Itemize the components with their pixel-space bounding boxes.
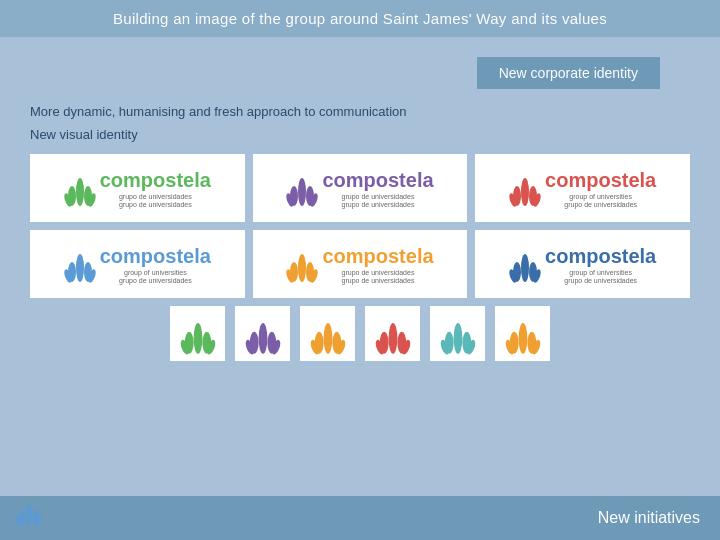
dynamic-subtitle: More dynamic, humanising and fresh appro… (30, 104, 690, 119)
svg-point-11 (521, 178, 529, 206)
footer-shell-icon (15, 494, 43, 528)
logo-sub-green-2: grupo de universidades (119, 201, 192, 208)
icon-shell-red2 (375, 312, 411, 356)
shell-icon-purple (286, 163, 318, 213)
shell-icon-blue (64, 239, 96, 289)
icon-box-teal (430, 306, 485, 361)
logo-sub-blue-1: group of universities (124, 269, 187, 276)
shell-icon-darkblue (509, 239, 541, 289)
logo-sub-purple-2: grupo de universidades (342, 201, 415, 208)
logo-row-1: compostela grupo de universidades grupo … (30, 154, 690, 222)
logo-sub-red-1: group of universities (569, 193, 632, 200)
shell-icon-orange (286, 239, 318, 289)
icon-box-red2 (365, 306, 420, 361)
icons-row (30, 306, 690, 361)
logo-sub-darkblue-2: grupo de universidades (564, 277, 637, 284)
svg-point-61 (26, 503, 33, 527)
logo-row-2: compostela group of universities grupo d… (30, 230, 690, 298)
icon-shell-teal (440, 312, 476, 356)
svg-point-21 (298, 254, 306, 282)
logo-box-green: compostela grupo de universidades grupo … (30, 154, 245, 222)
svg-point-41 (323, 323, 332, 354)
icon-shell-purple (245, 312, 281, 356)
logo-text-blue: compostela (100, 245, 211, 268)
svg-point-6 (298, 178, 306, 206)
footer-label: New initiatives (598, 509, 700, 527)
logo-box-purple: compostela grupo de universidades grupo … (253, 154, 468, 222)
svg-point-31 (193, 323, 202, 354)
svg-point-51 (453, 323, 462, 354)
logo-sub-purple-1: grupo de universidades (342, 193, 415, 200)
logo-text-purple: compostela (322, 169, 433, 192)
icon-shell-orange2 (310, 312, 346, 356)
icon-shell-green (180, 312, 216, 356)
shell-icon-red (509, 163, 541, 213)
logo-text-orange: compostela (322, 245, 433, 268)
svg-point-46 (388, 323, 397, 354)
footer-logo (15, 494, 43, 532)
logo-sub-red-2: grupo de universidades (564, 201, 637, 208)
logo-sub-darkblue-1: group of universities (569, 269, 632, 276)
logo-text-green: compostela (100, 169, 211, 192)
header-title: Building an image of the group around Sa… (113, 10, 607, 27)
header-bar: Building an image of the group around Sa… (0, 0, 720, 37)
logo-box-orange: compostela grupo de universidades grupo … (253, 230, 468, 298)
icon-box-orange3 (495, 306, 550, 361)
new-corporate-button[interactable]: New corporate identity (477, 57, 660, 89)
svg-point-1 (76, 178, 84, 206)
logo-sub-orange-2: grupo de universidades (342, 277, 415, 284)
shell-icon-green (64, 163, 96, 213)
icon-box-purple (235, 306, 290, 361)
svg-point-56 (518, 323, 527, 354)
content-area: New corporate identity More dynamic, hum… (0, 37, 720, 376)
logo-text-red: compostela (545, 169, 656, 192)
icon-box-orange2 (300, 306, 355, 361)
icon-box-green (170, 306, 225, 361)
logo-text-darkblue: compostela (545, 245, 656, 268)
visual-identity-label: New visual identity (30, 127, 690, 142)
logo-sub-green-1: grupo de universidades (119, 193, 192, 200)
icon-shell-orange3 (505, 312, 541, 356)
footer-bar: New initiatives (0, 496, 720, 540)
svg-point-36 (258, 323, 267, 354)
logo-box-red: compostela group of universities grupo d… (475, 154, 690, 222)
svg-point-16 (76, 254, 84, 282)
logo-box-darkblue: compostela group of universities grupo d… (475, 230, 690, 298)
svg-point-26 (521, 254, 529, 282)
button-container: New corporate identity (30, 57, 690, 89)
logo-sub-blue-2: grupo de universidades (119, 277, 192, 284)
logo-box-blue: compostela group of universities grupo d… (30, 230, 245, 298)
logo-sub-orange-1: grupo de universidades (342, 269, 415, 276)
